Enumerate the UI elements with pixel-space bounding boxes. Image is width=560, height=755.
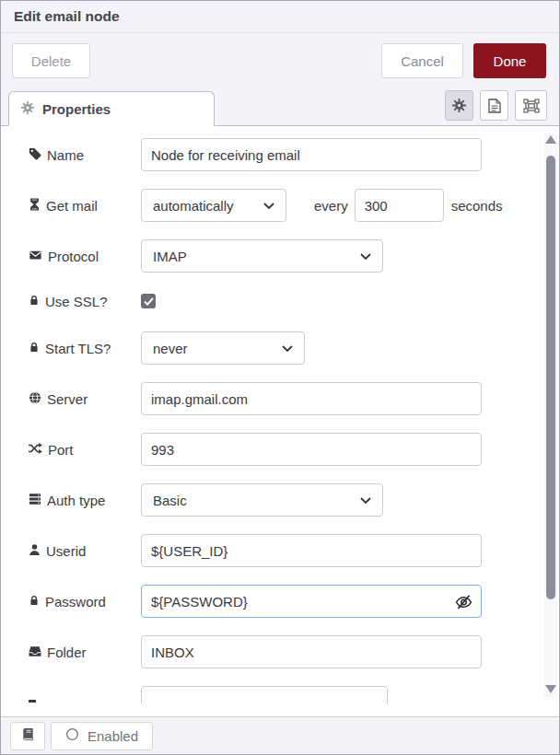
tab-toolbar xyxy=(445,90,547,121)
done-button[interactable]: Done xyxy=(473,43,546,78)
form-scroll-area: Name Get mail automatically every second… xyxy=(1,126,559,704)
hourglass-icon xyxy=(29,198,41,214)
interval-input[interactable] xyxy=(355,189,444,222)
form-row-userid: Userid xyxy=(29,534,559,567)
form-row-partial xyxy=(29,686,559,704)
cancel-button[interactable]: Cancel xyxy=(381,43,463,78)
properties-gear-button[interactable] xyxy=(445,90,473,121)
scrollbar-thumb[interactable] xyxy=(546,156,555,599)
form-row-authtype: Auth type Basic xyxy=(29,483,559,517)
authtype-label: Auth type xyxy=(29,493,141,508)
partial-label-icon xyxy=(29,700,36,703)
chevron-down-icon xyxy=(360,253,371,260)
scrollbar[interactable] xyxy=(544,134,557,697)
folder-label: Folder xyxy=(29,645,141,660)
password-field-wrapper xyxy=(141,585,482,618)
scroll-down-arrow-icon[interactable] xyxy=(545,685,556,693)
delete-button[interactable]: Delete xyxy=(12,43,90,78)
protocol-select[interactable]: IMAP xyxy=(141,239,383,273)
starttls-label: Start TLS? xyxy=(29,341,141,356)
starttls-select[interactable]: never xyxy=(141,331,305,365)
book-icon xyxy=(21,727,35,744)
getmail-select[interactable]: automatically xyxy=(141,189,286,222)
password-label: Password xyxy=(29,594,141,610)
lock-icon xyxy=(29,294,40,309)
port-input[interactable] xyxy=(141,433,482,466)
form-row-folder: Folder xyxy=(29,635,559,668)
usessl-label: Use SSL? xyxy=(29,294,141,309)
form-row-starttls: Start TLS? never xyxy=(29,331,559,365)
circle-icon xyxy=(65,727,79,744)
userid-label: Userid xyxy=(29,543,141,559)
user-icon xyxy=(29,543,41,559)
enabled-label: Enabled xyxy=(88,728,138,744)
dialog-title: Edit email node xyxy=(14,8,120,25)
password-input[interactable] xyxy=(141,585,482,618)
tab-bar: Properties xyxy=(1,88,559,126)
userid-input[interactable] xyxy=(141,534,482,567)
tag-icon xyxy=(29,147,41,163)
node-appearance-button[interactable] xyxy=(515,90,547,121)
action-bar: Delete Cancel Done xyxy=(1,33,559,88)
lock-icon xyxy=(29,594,40,610)
form-row-getmail: Get mail automatically every seconds xyxy=(29,189,559,222)
getmail-label: Get mail xyxy=(29,198,141,214)
shuffle-icon xyxy=(29,442,42,458)
port-label: Port xyxy=(29,442,141,458)
envelope-icon xyxy=(29,249,42,264)
enabled-toggle-button[interactable]: Enabled xyxy=(51,722,153,750)
tab-properties[interactable]: Properties xyxy=(8,91,215,126)
protocol-label: Protocol xyxy=(29,249,141,264)
properties-panel: Name Get mail automatically every second… xyxy=(1,126,559,716)
description-file-button[interactable] xyxy=(480,90,508,121)
inbox-icon xyxy=(29,645,41,660)
form-row-server: Server xyxy=(29,382,559,415)
form-row-usessl: Use SSL? xyxy=(29,290,559,312)
form-row-name: Name xyxy=(29,138,559,171)
footer-bar: Enabled xyxy=(1,716,559,754)
globe-icon xyxy=(29,391,41,407)
name-input[interactable] xyxy=(141,138,482,171)
usessl-checkbox[interactable] xyxy=(141,294,156,308)
eye-slash-icon[interactable] xyxy=(455,594,472,610)
dialog-header: Edit email node xyxy=(1,1,559,33)
form-row-port: Port xyxy=(29,433,559,466)
scroll-up-arrow-icon[interactable] xyxy=(545,135,556,144)
authtype-select[interactable]: Basic xyxy=(141,483,383,517)
edit-email-node-dialog: Edit email node Delete Cancel Done Prope… xyxy=(0,0,560,755)
form-row-password: Password xyxy=(29,585,559,618)
partial-input[interactable] xyxy=(141,686,388,704)
form-row-protocol: Protocol IMAP xyxy=(29,239,559,273)
seconds-label: seconds xyxy=(451,198,503,214)
name-label: Name xyxy=(29,147,141,163)
docs-button[interactable] xyxy=(10,722,45,750)
tab-properties-label: Properties xyxy=(42,101,111,117)
server-input[interactable] xyxy=(141,382,482,415)
gear-icon xyxy=(21,101,34,117)
every-label: every xyxy=(314,198,348,214)
chevron-down-icon xyxy=(360,497,371,504)
server-icon xyxy=(29,493,41,508)
server-label: Server xyxy=(29,391,141,407)
chevron-down-icon xyxy=(263,203,274,209)
lock-icon xyxy=(29,341,40,356)
folder-input[interactable] xyxy=(141,635,482,668)
chevron-down-icon xyxy=(282,345,293,352)
